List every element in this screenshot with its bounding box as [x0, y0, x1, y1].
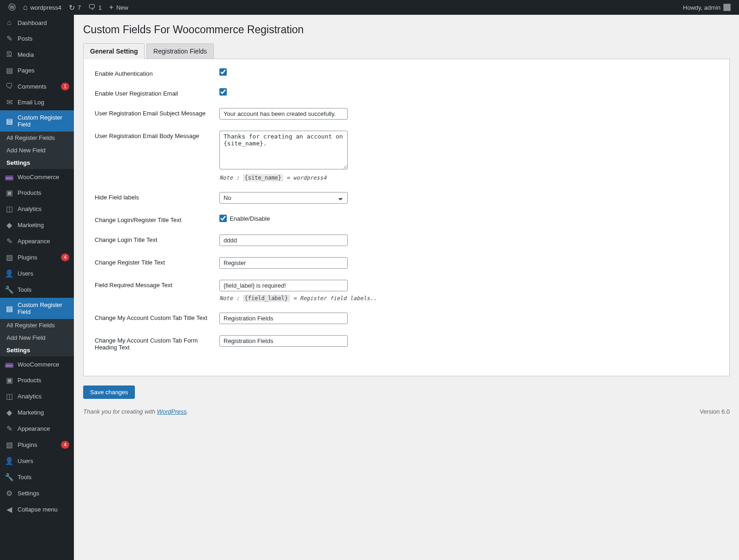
woocommerce-icon: woo	[5, 173, 14, 181]
footer: Thank you for creating with WordPress. V…	[83, 399, 730, 415]
register-title-input[interactable]	[219, 257, 348, 269]
tab-title-input[interactable]	[219, 313, 348, 324]
plugins-icon: ▧	[5, 440, 14, 449]
change-title-label: Change Login/Register Title Text	[95, 215, 219, 223]
body-textarea[interactable]: Thanks for creating an account on {site_…	[219, 131, 348, 169]
plus-icon: +	[109, 3, 113, 12]
save-button[interactable]: Save changes	[83, 385, 135, 399]
change-title-checkbox[interactable]	[219, 215, 227, 222]
sidebar-item-posts[interactable]: ✎Posts	[0, 30, 74, 47]
enable-auth-checkbox[interactable]	[219, 68, 227, 76]
sidebar-item-label: Plugins	[18, 254, 57, 261]
sidebar-item-woocommerce[interactable]: wooWooCommerce	[0, 356, 74, 372]
submenu-item-add-new-field[interactable]: Add New Field	[0, 331, 74, 344]
pages-icon: ▤	[5, 66, 14, 75]
subject-input[interactable]	[219, 108, 348, 120]
sidebar-item-analytics[interactable]: ◫Analytics	[0, 388, 74, 404]
login-title-input[interactable]	[219, 235, 348, 246]
refresh-icon: ↻	[69, 3, 75, 12]
sidebar-item-dashboard[interactable]: ⌂Dashboard	[0, 15, 74, 30]
sidebar-item-custom-register-field[interactable]: ▤Custom Register Field	[0, 298, 74, 319]
email-log-icon: ✉	[5, 98, 14, 107]
submenu-item-settings[interactable]: Settings	[0, 157, 74, 169]
tab-general-setting[interactable]: General Setting	[83, 43, 145, 59]
sidebar-item-marketing[interactable]: ◆Marketing	[0, 404, 74, 421]
account-link[interactable]: Howdy, admin	[679, 0, 734, 15]
body-note: Note : {site_name} = wordpress4	[219, 175, 718, 181]
sidebar-item-appearance[interactable]: ✎Appearance	[0, 233, 74, 249]
sidebar-item-analytics[interactable]: ◫Analytics	[0, 201, 74, 217]
submenu-item-all-register-fields[interactable]: All Register Fields	[0, 132, 74, 144]
posts-icon: ✎	[5, 34, 14, 43]
footer-wordpress-link[interactable]: WordPress	[157, 408, 187, 415]
site-link[interactable]: ⌂wordpress4	[19, 0, 65, 15]
hide-labels-select[interactable]: No	[219, 192, 348, 204]
enable-email-checkbox[interactable]	[219, 88, 227, 96]
admin-sidebar: ⌂Dashboard✎Posts🖻Media▤Pages🗨Comments1✉E…	[0, 15, 74, 560]
sidebar-item-label: Posts	[18, 35, 69, 42]
updates-link[interactable]: ↻7	[65, 0, 85, 15]
sidebar-item-email-log[interactable]: ✉Email Log	[0, 94, 74, 110]
analytics-icon: ◫	[5, 392, 14, 401]
sidebar-item-label: Pages	[18, 67, 69, 74]
sidebar-item-woocommerce[interactable]: wooWooCommerce	[0, 169, 74, 185]
settings-icon: ⚙	[5, 489, 14, 498]
sidebar-item-tools[interactable]: 🔧Tools	[0, 469, 74, 485]
sidebar-item-tools[interactable]: 🔧Tools	[0, 282, 74, 298]
sidebar-item-users[interactable]: 👤Users	[0, 265, 74, 282]
admin-bar: ⓦ ⌂wordpress4 ↻7 🗨1 +New Howdy, admin	[0, 0, 739, 15]
collapse-icon: ◀	[5, 505, 14, 514]
sidebar-item-label: Products	[18, 189, 69, 196]
comments-link[interactable]: 🗨1	[85, 0, 105, 15]
wp-logo[interactable]: ⓦ	[5, 0, 19, 15]
hide-labels-label: Hide Field labels	[95, 192, 219, 201]
submenu-item-settings[interactable]: Settings	[0, 344, 74, 356]
tab-heading-input[interactable]	[219, 335, 348, 347]
media-icon: 🖻	[5, 50, 14, 59]
required-note: Note : {field_label} = Register field la…	[219, 295, 718, 301]
sidebar-item-label: Custom Register Field	[18, 114, 69, 128]
page-title: Custom Fields For Woocommerce Registrati…	[83, 19, 730, 38]
marketing-icon: ◆	[5, 408, 14, 417]
sidebar-item-label: Marketing	[18, 222, 69, 229]
comment-icon: 🗨	[88, 3, 96, 12]
sidebar-item-label: WooCommerce	[18, 174, 69, 181]
sidebar-item-label: Analytics	[18, 205, 69, 212]
sidebar-item-settings[interactable]: ⚙Settings	[0, 485, 74, 501]
sidebar-item-products[interactable]: ▣Products	[0, 372, 74, 388]
sidebar-item-media[interactable]: 🖻Media	[0, 47, 74, 62]
sidebar-item-comments[interactable]: 🗨Comments1	[0, 78, 74, 94]
submenu-item-all-register-fields[interactable]: All Register Fields	[0, 319, 74, 331]
new-link[interactable]: +New	[105, 0, 132, 15]
subject-label: User Registration Email Subject Message	[95, 108, 219, 117]
required-msg-label: Field Required Message Text	[95, 280, 219, 289]
badge: 4	[61, 441, 69, 449]
analytics-icon: ◫	[5, 205, 14, 213]
sidebar-item-label: Dashboard	[18, 19, 69, 26]
enable-auth-label: Enable Authentication	[95, 68, 219, 77]
sidebar-item-custom-register-field[interactable]: ▤Custom Register Field	[0, 110, 74, 132]
badge: 1	[61, 83, 69, 90]
submenu-item-add-new-field[interactable]: Add New Field	[0, 144, 74, 157]
enable-email-label: Enable User Registration Email	[95, 88, 219, 97]
custom-register-field-icon: ▤	[5, 117, 14, 126]
sidebar-item-products[interactable]: ▣Products	[0, 185, 74, 201]
required-msg-input[interactable]	[219, 280, 348, 291]
users-icon: 👤	[5, 457, 14, 465]
sidebar-item-marketing[interactable]: ◆Marketing	[0, 217, 74, 233]
sidebar-item-label: Appearance	[18, 425, 69, 432]
sidebar-item-plugins[interactable]: ▧Plugins4	[0, 249, 74, 265]
appearance-icon: ✎	[5, 424, 14, 433]
home-icon: ⌂	[23, 3, 28, 12]
sidebar-item-users[interactable]: 👤Users	[0, 453, 74, 469]
sidebar-item-label: Analytics	[18, 393, 69, 400]
products-icon: ▣	[5, 188, 14, 197]
site-name-label: wordpress4	[30, 4, 61, 11]
tab-registration-fields[interactable]: Registration Fields	[146, 43, 214, 59]
woocommerce-icon: woo	[5, 360, 14, 368]
tools-icon: 🔧	[5, 473, 14, 482]
sidebar-item-appearance[interactable]: ✎Appearance	[0, 421, 74, 437]
sidebar-item-pages[interactable]: ▤Pages	[0, 62, 74, 78]
sidebar-item-plugins[interactable]: ▧Plugins4	[0, 437, 74, 453]
collapse-menu[interactable]: ◀ Collapse menu	[0, 501, 74, 518]
